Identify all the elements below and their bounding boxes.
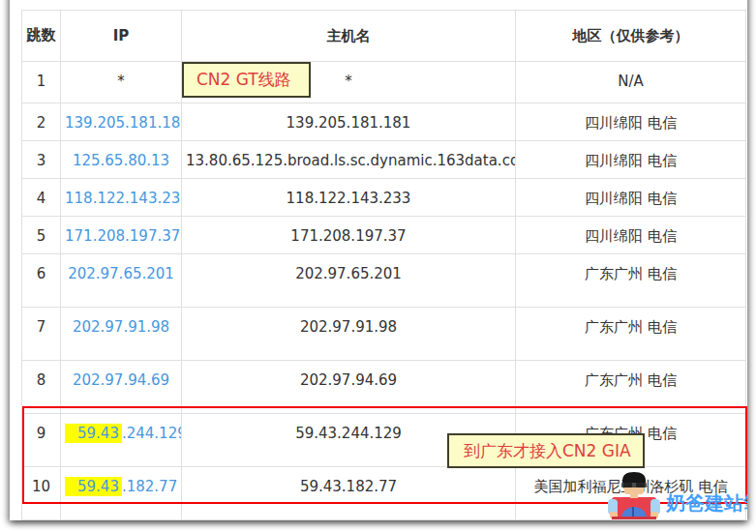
annotation-cn2-gt: CN2 GT线路 (182, 62, 311, 98)
region-cell: 四川绵阳 电信 (516, 141, 746, 179)
ip-link[interactable]: 125.65.80.13 (73, 152, 169, 169)
dad-webmaster-logo-icon (606, 471, 662, 520)
ip-link[interactable]: 202.97.65.201 (68, 265, 174, 282)
hostname-cell: 118.122.143.233 (182, 179, 516, 217)
region-cell: 广东广州 电信 (516, 254, 746, 308)
ip-link[interactable]: 118.122.143.233 (65, 190, 182, 207)
ip-cell: 202.97.65.201 (61, 254, 182, 308)
hostname-cell: 202.97.91.98 (182, 308, 516, 361)
table-row: 1**N/A (22, 62, 746, 103)
empty-cell (61, 520, 182, 521)
ip-cell: 118.122.143.233 (61, 179, 182, 217)
empty-cell (182, 520, 516, 521)
hop-cell: 8 (22, 361, 61, 414)
table-row: 3125.65.80.1313.80.65.125.broad.ls.sc.dy… (22, 141, 746, 179)
ip-cell: 171.208.197.37 (61, 217, 182, 254)
hostname-cell: 59.43.182.77 (182, 467, 516, 520)
annotation-cn2-gia-label: 到广东才接入CN2 GIA (464, 443, 631, 459)
hostname-cell: 202.97.65.201 (182, 254, 516, 308)
table-row: 4118.122.143.233118.122.143.233四川绵阳 电信 (22, 179, 746, 217)
table-row: 8202.97.94.69202.97.94.69广东广州 电信 (22, 361, 746, 414)
ip-link[interactable]: 171.208.197.37 (65, 227, 180, 245)
ip-cell: 125.65.80.13 (61, 141, 182, 179)
ip-cell: * (61, 62, 182, 103)
ip-link[interactable]: 139.205.181.181 (65, 114, 182, 132)
table-row: 2139.205.181.181139.205.181.181四川绵阳 电信 (22, 103, 746, 141)
ip-link[interactable]: 59.43.182.77 (65, 477, 177, 496)
hostname-cell: 202.97.94.69 (182, 361, 516, 414)
hostname-cell: 13.80.65.125.broad.ls.sc.dynamic.163data… (182, 141, 516, 179)
hop-cell: 9 (22, 414, 61, 467)
empty-cell (22, 520, 61, 521)
ip-column-header: IP (61, 11, 182, 62)
region-cell: 广东广州 电信 (516, 308, 746, 361)
traceroute-screenshot-card: 跳数 IP 主机名 地区（仅供参考） 1**N/A2139.205.181.18… (10, 0, 747, 520)
annotation-cn2-gt-label: CN2 GT线路 (197, 72, 291, 88)
annotation-cn2-gia: 到广东才接入CN2 GIA (447, 433, 645, 468)
region-column-header: 地区（仅供参考） (516, 11, 746, 62)
ip-cell: 139.205.181.181 (61, 103, 182, 141)
hop-cell: 10 (22, 467, 61, 520)
hop-cell: 7 (22, 308, 61, 361)
region-cell: N/A (516, 62, 746, 103)
region-cell: 四川绵阳 电信 (516, 217, 746, 254)
hop-cell: 2 (22, 103, 61, 141)
region-cell: 四川绵阳 电信 (516, 103, 746, 141)
hop-cell: 1 (22, 62, 61, 103)
hop-cell: 4 (22, 179, 61, 217)
table-row: 6202.97.65.201202.97.65.201广东广州 电信 (22, 254, 746, 308)
ip-cell: 202.97.91.98 (61, 308, 182, 361)
ip-link[interactable]: 202.97.91.98 (73, 318, 169, 336)
ip-highlight: 59.43 (65, 424, 122, 443)
table-row: 7202.97.91.98202.97.91.98广东广州 电信 (22, 308, 746, 361)
table-header-row: 跳数 IP 主机名 地区（仅供参考） (22, 11, 746, 62)
ip-cell: 59.43.182.77 (61, 467, 182, 520)
ip-link[interactable]: 202.97.94.69 (73, 371, 169, 389)
ip-cell: 202.97.94.69 (61, 361, 182, 414)
region-cell: 广东广州 电信 (516, 361, 746, 414)
ip-link[interactable]: 59.43.244.129 (65, 424, 182, 443)
ip-highlight: 59.43 (65, 477, 122, 496)
table-row: 5171.208.197.37171.208.197.37四川绵阳 电信 (22, 217, 746, 254)
host-column-header: 主机名 (182, 11, 516, 62)
watermark-site-name: 奶爸建站笔记 (666, 490, 747, 517)
hop-cell: 3 (22, 141, 61, 179)
hop-column-header: 跳数 (22, 11, 61, 62)
hostname-cell: 171.208.197.37 (182, 217, 516, 254)
region-cell: 四川绵阳 电信 (516, 179, 746, 217)
hostname-cell: 139.205.181.181 (182, 103, 516, 141)
ip-cell: 59.43.244.129 (61, 414, 182, 467)
hop-cell: 5 (22, 217, 61, 254)
hop-cell: 6 (22, 254, 61, 308)
